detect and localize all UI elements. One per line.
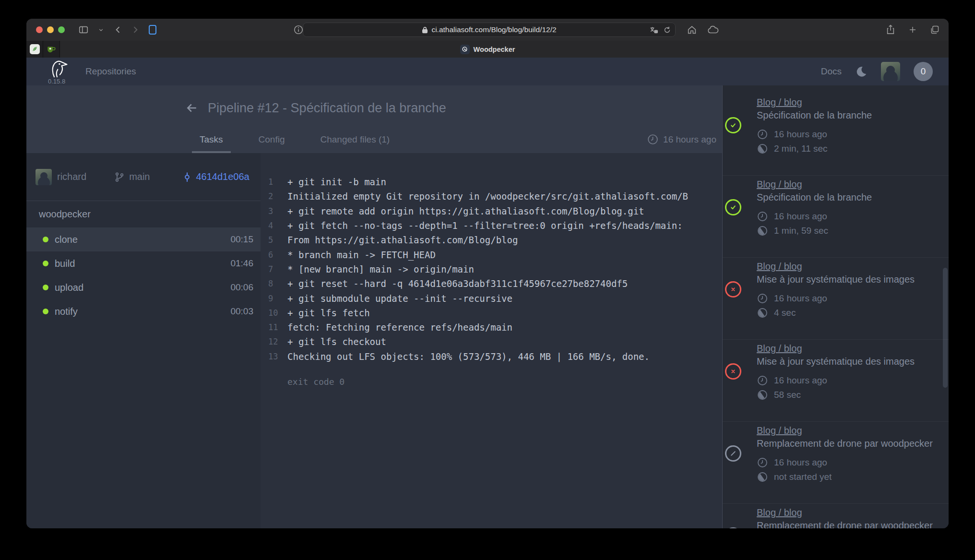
close-window-button[interactable] xyxy=(36,26,43,33)
pipeline-status-icon xyxy=(725,527,741,528)
repo-link[interactable]: Blog / blog xyxy=(757,179,802,190)
active-tab-title: Woodpecker xyxy=(26,41,949,58)
tab-strip: Woodpecker xyxy=(26,41,949,58)
back-arrow-button[interactable] xyxy=(185,101,199,115)
new-tab-icon[interactable] xyxy=(905,23,920,37)
tab-overview-icon[interactable] xyxy=(927,23,942,37)
step-status-dot xyxy=(43,309,48,314)
repo-link[interactable]: Blog / blog xyxy=(757,343,802,354)
line-number: 5 xyxy=(268,235,287,245)
notification-badge[interactable]: 0 xyxy=(914,62,933,81)
commit-hash-link[interactable]: 4614d1e06a xyxy=(196,171,250,182)
repo-link[interactable]: Blog / blog xyxy=(757,261,802,272)
clock-icon xyxy=(757,375,768,386)
clock-icon xyxy=(757,129,768,140)
console-line: 9 + git submodule update --init --recurs… xyxy=(268,291,722,305)
pipeline-list-item[interactable]: Blog / blog Mise à jour systématique des… xyxy=(723,258,949,340)
step-row[interactable]: notify 00:03 xyxy=(26,299,261,323)
pipeline-tab[interactable]: Config xyxy=(251,126,293,153)
pipeline-duration: 58 sec xyxy=(757,388,939,402)
step-duration: 00:15 xyxy=(230,234,253,245)
pipeline-status-icon xyxy=(725,281,741,298)
pipeline-tab[interactable]: Changed files (1) xyxy=(313,126,398,153)
repo-link[interactable]: Blog / blog xyxy=(757,96,802,108)
pipeline-status-icon xyxy=(725,199,741,215)
pipeline-time: 16 hours ago xyxy=(757,127,939,142)
pipeline-status-icon xyxy=(725,117,741,133)
woodpecker-logo[interactable] xyxy=(48,59,77,80)
chevron-down-icon[interactable] xyxy=(94,23,108,37)
commit-message: Mise à jour systématique des images xyxy=(757,354,939,369)
commit-icon xyxy=(182,172,192,182)
reload-icon[interactable] xyxy=(663,26,671,34)
line-number: 2 xyxy=(268,191,287,201)
duration-icon xyxy=(757,471,768,483)
dark-mode-moon-icon[interactable] xyxy=(855,65,868,78)
line-number: 4 xyxy=(268,221,287,230)
line-number: 9 xyxy=(268,294,287,303)
pipeline-time: 16 hours ago xyxy=(757,455,939,470)
url-text: ci.athaliasoft.com/Blog/blog/build/12/2 xyxy=(431,25,556,34)
pipeline-duration: 1 min, 59 sec xyxy=(757,224,939,238)
user-avatar[interactable] xyxy=(881,62,900,81)
sidebar-toggle-icon[interactable] xyxy=(76,23,91,37)
pipeline-list-item[interactable]: Blog / blog Remplacement de drone par wo… xyxy=(723,504,949,528)
duration-icon xyxy=(757,389,768,401)
clock-icon xyxy=(757,457,768,468)
line-number: 1 xyxy=(268,177,287,187)
console-line: 11 fetch: Fetching reference refs/heads/… xyxy=(268,320,722,334)
duration-icon xyxy=(757,225,768,237)
forward-button[interactable] xyxy=(128,23,143,37)
pipeline-tab[interactable]: Tasks xyxy=(192,126,231,153)
step-row[interactable]: upload 00:06 xyxy=(26,275,261,299)
pipeline-time: 16 hours ago xyxy=(757,209,939,224)
console-line: 6 * branch main -> FETCH_HEAD xyxy=(268,247,722,262)
author-avatar xyxy=(36,169,52,185)
console-line: 12 + git lfs checkout xyxy=(268,334,722,349)
clock-icon xyxy=(647,133,659,145)
step-duration: 00:06 xyxy=(230,282,253,293)
line-number: 13 xyxy=(268,352,287,361)
console-line: 7 * [new branch] main -> origin/main xyxy=(268,262,722,276)
duration-icon xyxy=(757,307,768,319)
workflow-name: woodpecker xyxy=(26,201,261,227)
repo-link[interactable]: Blog / blog xyxy=(757,425,802,436)
zoom-window-button[interactable] xyxy=(58,26,65,33)
step-row[interactable]: build 01:46 xyxy=(26,251,261,275)
share-icon[interactable] xyxy=(883,23,898,37)
commit-message: Mise à jour systématique des images xyxy=(757,272,939,286)
step-status-dot xyxy=(43,285,48,290)
back-button[interactable] xyxy=(111,23,125,37)
line-number: 3 xyxy=(268,206,287,216)
pipeline-duration: 2 min, 11 sec xyxy=(757,142,939,156)
repo-link[interactable]: Blog / blog xyxy=(757,507,802,518)
exit-code: exit code 0 xyxy=(268,377,722,387)
nav-repositories[interactable]: Repositories xyxy=(85,58,136,85)
line-number: 10 xyxy=(268,308,287,318)
line-number: 11 xyxy=(268,322,287,332)
icloud-tabs-icon[interactable] xyxy=(706,23,720,37)
console-line: 10 + git lfs fetch xyxy=(268,306,722,320)
step-row[interactable]: clone 00:15 xyxy=(26,227,261,251)
reader-page-icon[interactable] xyxy=(145,23,160,37)
address-bar[interactable]: ci.athaliasoft.com/Blog/blog/build/12/2 xyxy=(303,23,676,37)
console-line: 2 Initialized empty Git repository in /w… xyxy=(268,189,722,203)
home-icon[interactable] xyxy=(685,23,699,37)
pipeline-created-time: 16 hours ago xyxy=(647,126,716,153)
pipeline-list-item[interactable]: Blog / blog Mise à jour systématique des… xyxy=(723,340,949,422)
pipeline-list-item[interactable]: Blog / blog Remplacement de drone par wo… xyxy=(723,422,949,504)
pipeline-header: Pipeline #12 - Spécification de la branc… xyxy=(26,85,722,153)
app-header: 0.15.8 Repositories Docs 0 xyxy=(26,58,949,85)
minimize-window-button[interactable] xyxy=(47,26,54,33)
pipeline-list-item[interactable]: Blog / blog Spécification de la branche … xyxy=(723,176,949,258)
duration-icon xyxy=(757,143,768,155)
line-number: 12 xyxy=(268,337,287,346)
line-number: 8 xyxy=(268,279,287,288)
line-number: 7 xyxy=(268,264,287,274)
pipeline-list-item[interactable]: Blog / blog Spécification de la branche … xyxy=(723,94,949,176)
browser-toolbar: ci.athaliasoft.com/Blog/blog/build/12/2 xyxy=(26,19,949,41)
translate-icon[interactable] xyxy=(649,26,658,34)
console-line: 1 + git init -b main xyxy=(268,175,722,189)
console-line: 8 + git reset --hard -q 4614d1e06a3dabf3… xyxy=(268,276,722,291)
nav-docs[interactable]: Docs xyxy=(821,66,842,77)
